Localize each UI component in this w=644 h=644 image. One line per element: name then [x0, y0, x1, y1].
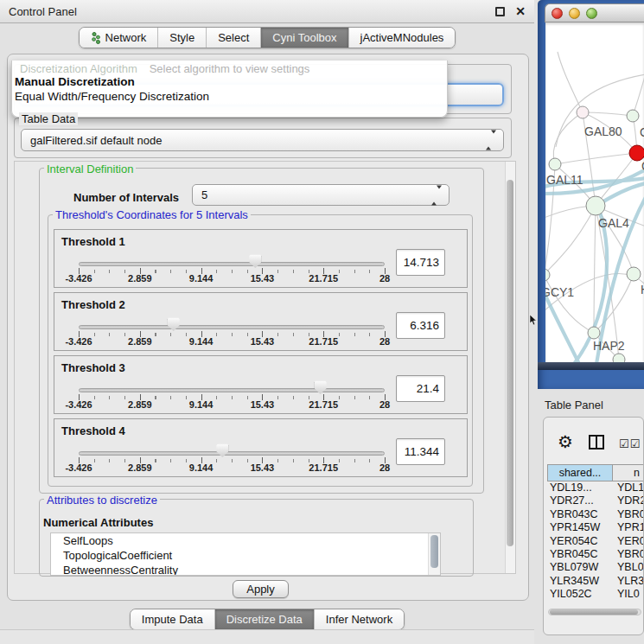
- threshold-value-field[interactable]: 11.344: [396, 438, 445, 465]
- table-row[interactable]: YDL19...YDL1: [547, 481, 644, 494]
- network-node[interactable]: [545, 269, 550, 281]
- network-node[interactable]: [588, 327, 600, 339]
- network-node-label: GCY1: [545, 285, 574, 299]
- network-node[interactable]: [613, 354, 625, 362]
- tab-style[interactable]: Style: [157, 28, 206, 48]
- network-node[interactable]: [627, 267, 641, 281]
- tab-network[interactable]: Network: [80, 28, 158, 48]
- tab-cyni-toolbox[interactable]: Cyni Toolbox: [260, 28, 348, 48]
- algorithm-option[interactable]: Manual Discretization: [12, 75, 447, 90]
- slider-tick-label: 28: [379, 273, 390, 284]
- slider-tick-label: 15.43: [251, 462, 275, 473]
- cell-name[interactable]: YDR2: [615, 494, 644, 507]
- tab-impute-data[interactable]: Impute Data: [131, 609, 214, 629]
- cell-name[interactable]: YBR0: [615, 548, 644, 561]
- network-node[interactable]: [627, 110, 639, 122]
- column-header-name[interactable]: n: [613, 465, 644, 481]
- close-icon[interactable]: ✕: [515, 7, 526, 16]
- attribute-list-item[interactable]: BetweennessCentrality: [51, 563, 440, 576]
- table-hscrollbar-thumb[interactable]: [550, 609, 638, 615]
- tab-jactivemnodules[interactable]: jActiveMNodules: [348, 28, 456, 48]
- network-node[interactable]: [549, 158, 561, 170]
- tab-select[interactable]: Select: [206, 28, 260, 48]
- apply-button[interactable]: Apply: [233, 580, 289, 598]
- table-row[interactable]: YBR045CYBR0: [547, 548, 644, 561]
- table-header-row: shared... n: [547, 464, 644, 481]
- control-panel-title: Control Panel: [9, 5, 495, 18]
- network-icon: [91, 32, 101, 44]
- threshold-value-field[interactable]: 21.4: [396, 375, 445, 402]
- combo-stepper-icon: [486, 134, 496, 147]
- attributes-list-scrollbar[interactable]: [428, 533, 440, 575]
- cell-shared-name[interactable]: YPR145W: [547, 521, 615, 534]
- network-window-bottom-edge: [538, 362, 644, 370]
- slider-tick-label: 21.715: [309, 336, 338, 347]
- table-row[interactable]: YLR345WYLR3: [547, 575, 644, 588]
- threshold-panel: Threshold 4 -3.4262.8599.14415.4321.7152…: [54, 418, 468, 477]
- threshold-panel: Threshold 1 -3.4262.8599.14415.4321.7152…: [54, 229, 468, 288]
- cell-name[interactable]: YBL0: [615, 561, 644, 574]
- numerical-attributes-list[interactable]: SelfLoopsTopologicalCoefficientBetweenne…: [50, 532, 441, 576]
- cell-shared-name[interactable]: YBR045C: [547, 548, 615, 561]
- cell-name[interactable]: YBR0: [615, 508, 644, 521]
- table-row[interactable]: YER054CYER0: [547, 535, 644, 548]
- algorithm-option[interactable]: Equal Width/Frequency Discretization: [12, 90, 447, 105]
- number-of-intervals-combobox[interactable]: 5: [192, 184, 450, 206]
- thresholds-group-title: Threshold's Coordinates for 5 Intervals: [53, 208, 251, 221]
- cell-shared-name[interactable]: YLR345W: [547, 575, 615, 588]
- column-split-icon[interactable]: [589, 435, 604, 450]
- attribute-list-item[interactable]: TopologicalCoefficient: [51, 548, 440, 563]
- tab-infer-network[interactable]: Infer Network: [314, 609, 404, 629]
- threshold-value-field[interactable]: 6.316: [396, 312, 445, 339]
- tab-infer-network-label: Infer Network: [326, 613, 392, 626]
- threshold-slider-track[interactable]: [79, 388, 385, 392]
- cell-name[interactable]: YLR3: [615, 575, 644, 588]
- network-node[interactable]: [586, 196, 605, 215]
- cell-name[interactable]: YIL0: [615, 588, 644, 601]
- cell-shared-name[interactable]: YDR27...: [547, 494, 615, 507]
- table-row[interactable]: YIL052CYIL0: [547, 588, 644, 601]
- mac-minimize-icon[interactable]: [569, 8, 580, 19]
- tab-discretize-data[interactable]: Discretize Data: [214, 609, 314, 629]
- gear-icon[interactable]: ⚙: [558, 433, 573, 450]
- network-node-label: GAL11: [546, 173, 583, 187]
- column-header-shared-name[interactable]: shared...: [548, 465, 613, 481]
- attribute-list-item[interactable]: SelfLoops: [51, 533, 440, 548]
- table-row[interactable]: YBR043CYBR0: [547, 508, 644, 521]
- cell-shared-name[interactable]: YBL079W: [547, 561, 615, 574]
- threshold-slider-track[interactable]: [79, 262, 385, 266]
- slider-tick-label: 21.715: [309, 462, 338, 473]
- cell-shared-name[interactable]: YDL19...: [547, 481, 615, 494]
- network-window-titlebar[interactable]: [545, 3, 644, 22]
- network-node[interactable]: [577, 106, 589, 118]
- threshold-slider-track[interactable]: [79, 451, 385, 456]
- mac-zoom-icon[interactable]: [586, 8, 597, 19]
- threshold-panel: Threshold 3 -3.4262.8599.14415.4321.7152…: [54, 355, 468, 414]
- cell-name[interactable]: YPR1: [615, 521, 644, 534]
- table-horizontal-scrollbar[interactable]: [548, 609, 641, 615]
- slider-tick-label: 2.859: [128, 462, 152, 473]
- cell-name[interactable]: YDL1: [615, 481, 644, 494]
- slider-tick-label: 21.715: [309, 399, 338, 410]
- cell-name[interactable]: YER0: [615, 535, 644, 548]
- table-data-combobox[interactable]: galFiltered.sif default node: [21, 129, 504, 151]
- attributes-scrollbar-thumb[interactable]: [430, 535, 438, 568]
- top-tab-bar: Network Style Select Cyni Toolbox jActiv…: [0, 27, 534, 48]
- network-graph: GAL80GCGAL11GAL4GCY1HHAP2: [545, 22, 644, 362]
- float-window-icon[interactable]: [495, 7, 505, 16]
- checkbox-icons[interactable]: ☑☑: [619, 437, 641, 450]
- threshold-value-field[interactable]: 14.713: [396, 249, 445, 276]
- node-table[interactable]: shared... n YDL19...YDL1YDR27...YDR2YBR0…: [547, 464, 644, 607]
- mac-close-icon[interactable]: [552, 8, 563, 19]
- table-row[interactable]: YPR145WYPR1: [547, 521, 644, 534]
- table-row[interactable]: YDR27...YDR2: [547, 494, 644, 507]
- vertical-scrollbar-thumb[interactable]: [507, 180, 513, 546]
- network-view[interactable]: GAL80GCGAL11GAL4GCY1HHAP2: [545, 22, 644, 362]
- threshold-label: Threshold 2: [61, 298, 125, 311]
- cell-shared-name[interactable]: YER054C: [547, 535, 615, 548]
- cell-shared-name[interactable]: YBR043C: [547, 508, 615, 521]
- threshold-slider-track[interactable]: [79, 325, 385, 329]
- table-row[interactable]: YBL079WYBL0: [547, 561, 644, 574]
- cell-shared-name[interactable]: YIL052C: [547, 588, 615, 601]
- number-of-intervals-value: 5: [201, 188, 207, 201]
